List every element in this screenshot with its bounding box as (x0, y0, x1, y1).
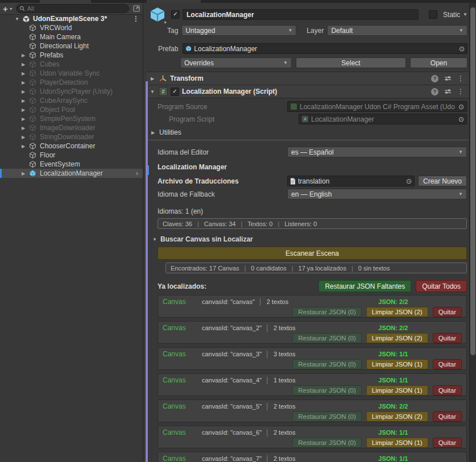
transform-component-header[interactable]: ▶ Transform ? ⋮ (147, 72, 469, 85)
search-input-box[interactable] (16, 4, 129, 13)
foldout-closed-icon[interactable]: ▶ (22, 98, 29, 103)
foldout-closed-icon[interactable]: ▶ (22, 116, 29, 122)
foldout-closed-icon[interactable]: ▶ (22, 80, 29, 85)
canvas-link[interactable]: Canvas (163, 455, 190, 462)
help-icon[interactable]: ? (431, 88, 438, 95)
foldout-closed-icon[interactable]: ▶ (22, 107, 29, 113)
select-button[interactable]: Select (296, 57, 406, 68)
hierarchy-item[interactable]: ▶ Cubes › (0, 60, 143, 69)
kebab-menu-icon[interactable]: ⋮ (457, 88, 464, 95)
hierarchy-item[interactable]: ▶ Directional Light › (0, 41, 143, 51)
object-picker-icon[interactable]: ⊙ (406, 177, 412, 185)
remove-canvas-button[interactable]: Quitar (433, 385, 462, 396)
foldout-open-icon[interactable]: ▼ (15, 16, 22, 22)
create-new-button[interactable]: Crear Nuevo (418, 176, 467, 186)
restore-json-button[interactable]: Restaurar JSON (0) (292, 385, 362, 396)
editor-language-dropdown[interactable]: es — Español▼ (287, 147, 467, 157)
program-source-field[interactable]: LocalizationManager Udon C# Program Asse… (287, 101, 467, 112)
remove-all-button[interactable]: Quitar Todos (416, 280, 467, 292)
scene-header-row[interactable]: ▼ UdonExampleScene 3* ⋮ (0, 14, 143, 23)
remove-canvas-button[interactable]: Quitar (433, 411, 462, 422)
scan-scene-button[interactable]: Escanear Escena (158, 247, 467, 260)
foldout-closed-icon[interactable]: ▶ (22, 126, 29, 131)
hierarchy-item[interactable]: ▶ ChooserContainer › (0, 141, 143, 151)
search-input[interactable] (27, 5, 126, 12)
restore-json-button[interactable]: Restaurar JSON (0) (292, 438, 362, 448)
create-object-button[interactable]: + ▼ (3, 5, 13, 13)
foldout-closed-icon[interactable]: ▶ (149, 76, 156, 81)
active-checkbox[interactable]: ✓ (171, 10, 180, 19)
hierarchy-item[interactable]: ▶ Floor › (0, 151, 143, 160)
restore-json-button[interactable]: Restaurar JSON (0) (292, 333, 362, 343)
kebab-menu-icon[interactable]: ⋮ (457, 74, 464, 82)
help-icon[interactable]: ? (431, 75, 438, 82)
gameobject-name-field[interactable]: LocalizationManager (183, 9, 419, 20)
clean-json-button[interactable]: Limpiar JSON (1) (366, 385, 428, 396)
static-checkbox[interactable] (429, 10, 437, 19)
hierarchy-item[interactable]: ▶ PlayerDetection › (0, 78, 143, 87)
canvas-link[interactable]: Canvas (163, 402, 190, 410)
canvas-link[interactable]: Canvas (163, 298, 190, 306)
foldout-closed-icon[interactable]: ▶ (22, 89, 29, 94)
object-picker-icon[interactable]: ⊙ (459, 45, 465, 53)
restore-missing-json-button[interactable]: Restaurar JSON Faltantes (318, 280, 411, 292)
program-script-field[interactable]: # LocalizationManager ⊙ (299, 114, 467, 124)
canvas-link[interactable]: Canvas (163, 350, 190, 358)
hierarchy-item[interactable]: ▶ EventSystem › (0, 160, 143, 169)
overrides-dropdown[interactable]: Overrides▼ (180, 57, 292, 68)
restore-json-button[interactable]: Restaurar JSON (0) (292, 411, 362, 422)
open-search-window-icon[interactable] (133, 5, 140, 12)
component-enabled-checkbox[interactable]: ✓ (171, 88, 179, 96)
foldout-closed-icon[interactable]: ▶ (22, 71, 29, 76)
foldout-closed-icon[interactable]: ▶ (22, 62, 29, 67)
restore-json-button[interactable]: Restaurar JSON (0) (292, 307, 362, 317)
foldout-closed-icon[interactable]: ▶ (22, 171, 29, 176)
foldout-closed-icon[interactable]: ▶ (22, 144, 29, 149)
fallback-language-dropdown[interactable]: en — English▼ (287, 189, 467, 199)
canvas-link[interactable]: Canvas (163, 376, 190, 384)
hierarchy-item[interactable]: ▶ Prefabs › (0, 51, 143, 60)
remove-canvas-button[interactable]: Quitar (433, 307, 462, 317)
inspector-scrollbar[interactable] (469, 3, 476, 462)
prefab-chevron-icon[interactable]: › (136, 169, 138, 177)
static-dropdown-caret[interactable]: ▼ (463, 12, 467, 17)
kebab-menu-icon[interactable]: ⋮ (133, 15, 139, 23)
hierarchy-item[interactable]: ▶ CubeArraySync › (0, 96, 143, 105)
hierarchy-item[interactable]: ▶ Main Camera › (0, 32, 143, 41)
canvas-link[interactable]: Canvas (163, 324, 190, 332)
hierarchy-item[interactable]: ▶ ImageDownloader › (0, 123, 143, 132)
presets-icon[interactable] (444, 88, 452, 95)
clean-json-button[interactable]: Limpiar JSON (1) (366, 359, 428, 369)
scrollbar-thumb[interactable] (470, 7, 475, 355)
canvas-link[interactable]: Canvas (163, 428, 190, 436)
clean-json-button[interactable]: Limpiar JSON (1) (366, 438, 428, 448)
hierarchy-item[interactable]: ▶ UdonSyncPlayer (Unity) › (0, 87, 143, 96)
open-button[interactable]: Open (410, 57, 467, 68)
remove-canvas-button[interactable]: Quitar (433, 359, 462, 369)
foldout-closed-icon[interactable]: ▶ (22, 53, 29, 58)
tag-dropdown[interactable]: Untagged▼ (181, 25, 296, 36)
clean-json-button[interactable]: Limpiar JSON (2) (366, 333, 428, 343)
gameobject-icon[interactable]: ▼ (149, 7, 166, 22)
clean-json-button[interactable]: Limpiar JSON (2) (366, 411, 428, 422)
restore-json-button[interactable]: Restaurar JSON (0) (292, 359, 362, 369)
utilities-foldout[interactable]: ▶ Utilities (151, 128, 469, 136)
hierarchy-item[interactable]: ▶ LocalizationManager › (0, 169, 143, 178)
object-picker-icon[interactable]: ⊙ (458, 103, 464, 111)
presets-icon[interactable] (444, 75, 452, 82)
remove-canvas-button[interactable]: Quitar (433, 333, 462, 343)
prefab-object-field[interactable]: LocalizationManager ⊙ (183, 43, 467, 54)
translations-file-field[interactable]: translation ⊙ (287, 176, 415, 186)
hierarchy-item[interactable]: ▶ SimplePenSystem › (0, 114, 143, 123)
remove-canvas-button[interactable]: Quitar (433, 438, 462, 448)
layer-dropdown[interactable]: Default▼ (327, 25, 467, 36)
search-canvas-foldout[interactable]: ▼ Buscar Canvas sin Localizar (152, 235, 469, 243)
hierarchy-item[interactable]: ▶ StringDownloader › (0, 132, 143, 141)
hierarchy-item[interactable]: ▶ VRCWorld › (0, 23, 143, 32)
script-component-header[interactable]: ▼ # ✓ Localization Manager (Script) ? ⋮ (147, 85, 469, 98)
clean-json-button[interactable]: Limpiar JSON (2) (366, 307, 428, 317)
foldout-open-icon[interactable]: ▼ (149, 89, 156, 94)
foldout-closed-icon[interactable]: ▶ (22, 135, 29, 140)
hierarchy-item[interactable]: ▶ Object Pool › (0, 105, 143, 114)
object-picker-icon[interactable]: ⊙ (458, 115, 464, 123)
